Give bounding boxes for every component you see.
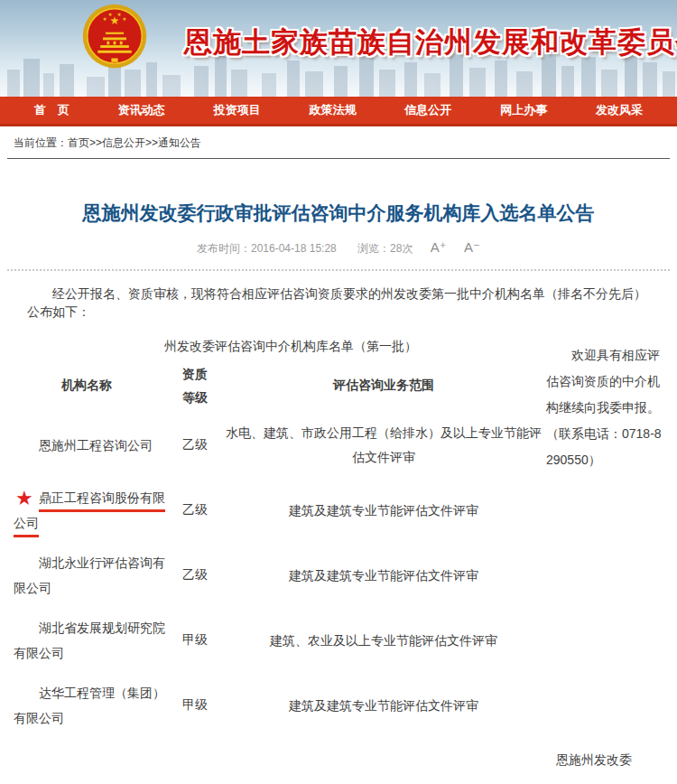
view-count: 浏览：28次	[357, 242, 413, 255]
nav-item-info-disclosure[interactable]: 信息公开	[404, 102, 451, 118]
national-emblem-icon: ★ ★ ★ ★ ★	[81, 4, 148, 69]
breadcrumb-item-home[interactable]: 首页	[68, 136, 89, 149]
main-nav: 首 页 资讯动态 投资项目 政策法规 信息公开 网上办事 发改风采	[0, 97, 677, 126]
agency-name: 湖北省发展规划研究院有限公司	[5, 608, 169, 673]
article-title: 恩施州发改委行政审批评估咨询中介服务机构库入选名单公告	[18, 201, 659, 226]
table-row: 恩施州工程咨询公司 乙级 水电、建筑、市政公用工程（给排水）及以上专业节能评估文…	[5, 413, 546, 478]
breadcrumb-item-info-disclosure[interactable]: 信息公开	[102, 136, 145, 149]
table-row: 达华工程管理（集团）有限公司 甲级 建筑及建筑专业节能评估文件评审	[5, 673, 546, 738]
svg-text:★: ★	[116, 12, 121, 17]
svg-text:★: ★	[122, 16, 126, 22]
agency-grade: 甲级	[169, 608, 221, 673]
side-note: 欢迎具有相应评估咨询资质的中介机构继续向我委申报。（联系电话：0718-8290…	[546, 339, 672, 738]
dotted-divider	[7, 269, 670, 271]
agency-scope: 建筑及建筑专业节能评估文件评审	[221, 673, 546, 738]
agency-table: 机构名称 资质等级 评估咨询业务范围 恩施州工程咨询公司 乙级 水电、建筑、市政…	[5, 359, 546, 738]
breadcrumb: 当前位置：首页>>信息公开>>通知公告	[0, 126, 677, 158]
agency-grade: 乙级	[169, 413, 221, 478]
col-header-agency-name: 机构名称	[5, 359, 169, 413]
agency-scope: 水电、建筑、市政公用工程（给排水）及以上专业节能评估文件评审	[221, 413, 546, 478]
breadcrumb-label: 当前位置：	[14, 136, 68, 149]
font-increase-button[interactable]: A⁺	[431, 239, 447, 255]
nav-item-home[interactable]: 首 页	[34, 102, 70, 118]
content-columns: 州发改委评估咨询中介机构库名单（第一批） 机构名称 资质等级 评估咨询业务范围 …	[0, 339, 677, 738]
nav-item-policies[interactable]: 政策法规	[309, 102, 356, 118]
nav-item-investment-projects[interactable]: 投资项目	[214, 102, 261, 118]
agency-scope: 建筑、农业及以上专业节能评估文件评审	[221, 608, 546, 673]
nav-item-ndrc-style[interactable]: 发改风采	[596, 102, 643, 118]
nav-item-news[interactable]: 资讯动态	[118, 102, 165, 118]
star-icon: ★	[15, 489, 33, 509]
site-header: ★ ★ ★ ★ ★ 恩施土家族苗族自治州发展和改革委员会	[0, 0, 677, 97]
intro-paragraph: 经公开报名、资质审核，现将符合相应评估咨询资质要求的州发改委第一批中介机构名单（…	[27, 285, 650, 321]
agency-scope: 建筑及建筑专业节能评估文件评审	[221, 478, 546, 543]
agency-grade: 乙级	[169, 478, 221, 543]
svg-text:★: ★	[107, 12, 112, 17]
article-meta: 发布时间：2016-04-18 15:28 浏览：28次 A⁺ A⁻	[0, 239, 677, 257]
breadcrumb-separator: >>	[145, 136, 158, 149]
table-row-highlighted: ★ 鼎正工程咨询股份有限公司 乙级 建筑及建筑专业节能评估文件评审	[5, 478, 546, 543]
agency-grade: 甲级	[169, 673, 221, 738]
agency-name: 达华工程管理（集团）有限公司	[5, 673, 169, 738]
breadcrumb-item-notices[interactable]: 通知公告	[158, 136, 201, 149]
font-decrease-button[interactable]: A⁻	[464, 239, 480, 255]
list-title: 州发改委评估咨询中介机构库名单（第一批）	[5, 339, 546, 355]
table-row: 湖北永业行评估咨询有限公司 乙级 建筑及建筑专业节能评估文件评审	[5, 543, 546, 608]
issuer-signature: 恩施州发改委	[0, 752, 677, 769]
agency-grade: 乙级	[169, 543, 221, 608]
breadcrumb-separator: >>	[89, 136, 102, 149]
table-row: 湖北省发展规划研究院有限公司 甲级 建筑、农业及以上专业节能评估文件评审	[5, 608, 546, 673]
agency-name: 湖北永业行评估咨询有限公司	[5, 543, 169, 608]
agency-table-area: 州发改委评估咨询中介机构库名单（第一批） 机构名称 资质等级 评估咨询业务范围 …	[5, 339, 546, 738]
agency-scope: 建筑及建筑专业节能评估文件评审	[221, 543, 546, 608]
col-header-grade: 资质等级	[169, 359, 221, 413]
svg-text:★: ★	[103, 16, 107, 22]
site-title: 恩施土家族苗族自治州发展和改革委员会	[184, 23, 677, 61]
agency-name: ★ 鼎正工程咨询股份有限公司	[5, 478, 169, 543]
agency-name: 恩施州工程咨询公司	[5, 413, 169, 478]
nav-item-online-services[interactable]: 网上办事	[500, 102, 547, 118]
highlighted-agency-name: 鼎正工程咨询股份有限公司	[14, 490, 165, 537]
col-header-scope: 评估咨询业务范围	[221, 359, 546, 413]
breadcrumb-divider	[7, 158, 670, 159]
table-header-row: 机构名称 资质等级 评估咨询业务范围	[5, 359, 546, 413]
publish-time: 发布时间：2016-04-18 15:28	[197, 242, 337, 255]
